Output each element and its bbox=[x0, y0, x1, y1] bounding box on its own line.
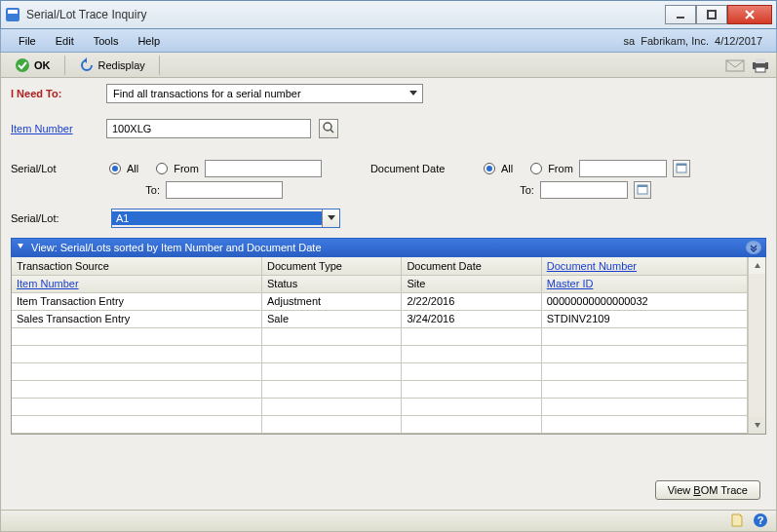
svg-rect-10 bbox=[756, 58, 765, 63]
col-document-date[interactable]: Document Date bbox=[402, 257, 541, 275]
app-icon bbox=[5, 7, 20, 22]
menu-file[interactable]: File bbox=[9, 32, 46, 50]
ok-check-icon bbox=[15, 57, 30, 73]
cell: Adjustment bbox=[262, 292, 402, 310]
redisplay-button-label: Redisplay bbox=[98, 59, 145, 71]
cell: Sales Transaction Entry bbox=[12, 310, 262, 327]
status-user-company-date: sa Fabrikam, Inc. 4/12/2017 bbox=[624, 35, 769, 47]
doc-date-radio-from[interactable] bbox=[530, 163, 542, 174]
serial-lot-to-label: To: bbox=[108, 184, 160, 196]
expand-chevron-icon[interactable] bbox=[746, 241, 761, 254]
doc-date-from-input[interactable] bbox=[579, 160, 667, 177]
serial-lot-radio-all[interactable] bbox=[109, 163, 121, 174]
svg-rect-1 bbox=[8, 10, 18, 14]
table-row[interactable]: Sales Transaction Entry Sale 3/24/2016 S… bbox=[12, 310, 748, 327]
minimize-button[interactable] bbox=[665, 5, 696, 24]
col-document-number[interactable]: Document Number bbox=[541, 257, 747, 275]
svg-marker-12 bbox=[409, 91, 417, 95]
col-item-number[interactable]: Item Number bbox=[12, 275, 262, 292]
note-icon[interactable] bbox=[729, 513, 745, 530]
col-document-type[interactable]: Document Type bbox=[262, 257, 402, 275]
toolbar-separator bbox=[159, 56, 160, 75]
menu-edit[interactable]: Edit bbox=[46, 32, 84, 50]
svg-marker-22 bbox=[755, 423, 760, 428]
table-row[interactable] bbox=[12, 398, 748, 415]
toolbar-separator bbox=[64, 56, 65, 75]
grid-header-row-1: Transaction Source Document Type Documen… bbox=[12, 257, 748, 275]
table-row[interactable] bbox=[12, 362, 748, 380]
svg-point-13 bbox=[324, 123, 331, 131]
item-number-lookup-button[interactable] bbox=[319, 119, 338, 138]
view-bom-trace-button[interactable]: View BOM Trace bbox=[655, 480, 760, 500]
magnifier-icon bbox=[323, 122, 334, 135]
calendar-icon bbox=[676, 162, 687, 175]
title-bar: Serial/Lot Trace Inquiry bbox=[0, 0, 777, 29]
status-company: Fabrikam, Inc. bbox=[641, 35, 709, 47]
serial-lot-dropdown-caret[interactable] bbox=[322, 209, 339, 227]
table-row[interactable] bbox=[12, 345, 748, 362]
svg-rect-18 bbox=[638, 185, 647, 187]
grid-header-row-2: Item Number Status Site Master ID bbox=[12, 275, 748, 292]
results-grid-region: View: Serial/Lots sorted by Item Number … bbox=[11, 238, 766, 435]
serial-lot-dropdown[interactable]: A1 bbox=[111, 209, 340, 228]
item-number-input[interactable]: 100XLG bbox=[106, 119, 311, 138]
menu-bar: File Edit Tools Help sa Fabrikam, Inc. 4… bbox=[0, 29, 777, 53]
svg-rect-11 bbox=[756, 67, 765, 72]
view-bar[interactable]: View: Serial/Lots sorted by Item Number … bbox=[11, 238, 766, 257]
doc-date-to-label: To: bbox=[483, 184, 534, 196]
results-grid: Transaction Source Document Type Documen… bbox=[11, 257, 766, 435]
item-number-value: 100XLG bbox=[112, 123, 151, 134]
cell: Sale bbox=[262, 310, 402, 327]
status-bar: ? bbox=[1, 510, 776, 531]
caret-down-icon bbox=[327, 212, 336, 224]
serial-lot-filter-label: Serial/Lot bbox=[11, 163, 103, 174]
serial-lot-from-label: From bbox=[174, 163, 199, 174]
help-icon[interactable]: ? bbox=[753, 513, 768, 530]
svg-marker-20 bbox=[18, 244, 23, 248]
view-bar-text: View: Serial/Lots sorted by Item Number … bbox=[31, 242, 322, 253]
col-status[interactable]: Status bbox=[262, 275, 402, 292]
redisplay-button[interactable]: Redisplay bbox=[71, 56, 153, 75]
item-number-link[interactable]: Item Number bbox=[11, 123, 98, 134]
serial-lot-all-label: All bbox=[127, 163, 138, 174]
i-need-to-dropdown[interactable]: Find all transactions for a serial numbe… bbox=[106, 84, 423, 103]
cell: STDINV2109 bbox=[541, 310, 747, 327]
serial-lot-from-input[interactable] bbox=[205, 160, 322, 177]
i-need-to-value: Find all transactions for a serial numbe… bbox=[113, 88, 301, 99]
menu-help[interactable]: Help bbox=[128, 32, 170, 50]
scroll-track[interactable] bbox=[749, 274, 765, 417]
col-transaction-source[interactable]: Transaction Source bbox=[12, 257, 262, 275]
serial-lot-radio-from[interactable] bbox=[156, 163, 168, 174]
printer-icon[interactable] bbox=[751, 57, 770, 73]
maximize-button[interactable] bbox=[696, 5, 727, 24]
serial-lot-to-input[interactable] bbox=[166, 181, 283, 199]
col-site[interactable]: Site bbox=[402, 275, 541, 292]
menu-tools[interactable]: Tools bbox=[84, 32, 129, 50]
scroll-down-button[interactable] bbox=[749, 417, 765, 434]
ok-button[interactable]: OK bbox=[7, 56, 58, 75]
cell: Item Transaction Entry bbox=[12, 292, 262, 310]
svg-marker-19 bbox=[328, 215, 335, 220]
col-master-id[interactable]: Master ID bbox=[541, 275, 747, 292]
doc-date-from-calendar-button[interactable] bbox=[673, 160, 690, 177]
svg-marker-7 bbox=[84, 57, 87, 63]
status-user: sa bbox=[624, 35, 636, 47]
grid-scrollbar[interactable] bbox=[748, 257, 765, 434]
table-row[interactable]: Item Transaction Entry Adjustment 2/22/2… bbox=[12, 292, 748, 310]
doc-date-to-calendar-button[interactable] bbox=[634, 181, 651, 199]
svg-marker-21 bbox=[755, 263, 760, 268]
view-bom-trace-label: View BOM Trace bbox=[668, 484, 748, 496]
document-date-filter-label: Document Date bbox=[370, 163, 478, 174]
serial-lot-selected-value: A1 bbox=[112, 211, 322, 225]
cell: 2/22/2016 bbox=[402, 292, 541, 310]
doc-date-radio-all[interactable] bbox=[484, 163, 495, 174]
view-bar-triangle-icon bbox=[16, 242, 25, 253]
doc-date-to-input[interactable] bbox=[540, 181, 628, 199]
table-row[interactable] bbox=[12, 380, 748, 398]
table-row[interactable] bbox=[12, 327, 748, 345]
email-icon[interactable] bbox=[725, 57, 745, 73]
scroll-up-button[interactable] bbox=[749, 257, 765, 274]
close-button[interactable] bbox=[727, 5, 772, 24]
svg-line-14 bbox=[330, 130, 333, 133]
table-row[interactable] bbox=[12, 415, 748, 433]
